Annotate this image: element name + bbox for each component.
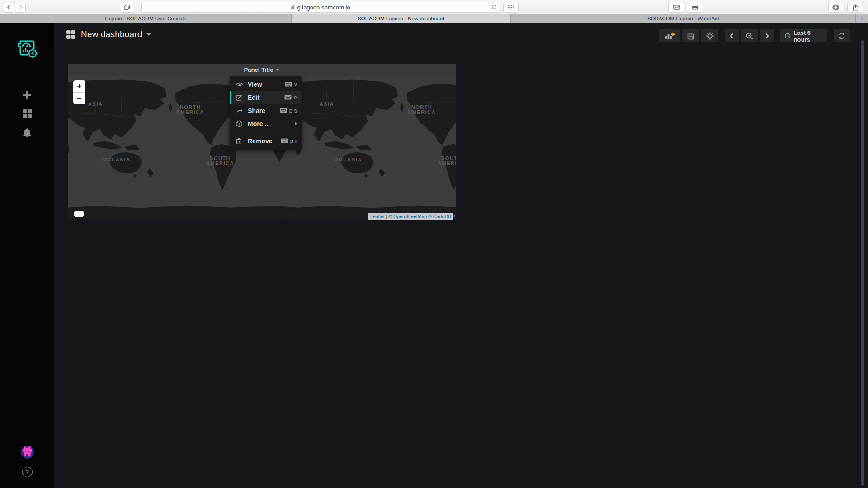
time-range-picker[interactable]: Last 6 hours [780, 29, 827, 42]
menu-label: Share [248, 107, 280, 114]
downloads-button[interactable] [828, 2, 843, 13]
help-label: ? [25, 469, 29, 476]
url-bar[interactable]: g.lagoon.soracom.io [141, 2, 500, 13]
print-icon [692, 5, 698, 10]
panel-title-bar[interactable]: Panel Title [68, 64, 456, 75]
map-label-america: AMERICA [206, 161, 234, 166]
add-panel-icon [665, 32, 675, 40]
chevron-down-icon [276, 69, 279, 71]
refresh-dashboard-button[interactable] [834, 29, 850, 42]
map-label-america: AMERICA [176, 110, 204, 115]
shortcut-key: p s [289, 107, 297, 114]
carto-link[interactable]: © CartoDB [428, 214, 451, 219]
menu-item-edit[interactable]: Edit e [230, 91, 302, 104]
leaflet-link[interactable]: Leaflet [370, 214, 385, 219]
dashboard-title-dropdown[interactable]: New dashboard [81, 29, 151, 39]
keyboard-icon [285, 82, 292, 87]
dashboard-toolbar: Last 6 hours [657, 29, 850, 42]
zoom-out-time-button[interactable] [741, 29, 758, 42]
browser-back-button[interactable] [4, 2, 14, 13]
menu-label: View [248, 81, 285, 88]
gear-icon [706, 32, 714, 40]
extensions-button[interactable] [503, 2, 519, 13]
sidebar-alerting-button[interactable] [0, 127, 54, 138]
map-label-america: AMERICA [408, 110, 436, 115]
menu-item-share[interactable]: Share p s [230, 104, 302, 117]
map-label-asia: ASIA [320, 102, 334, 107]
menu-shortcut: v [285, 81, 297, 88]
add-panel-button[interactable] [659, 29, 680, 42]
menu-item-more[interactable]: More ... [230, 117, 302, 130]
tab-bar: Lagoon - SORACOM User Console SORACOM La… [0, 14, 868, 23]
tab-overview-button[interactable] [120, 2, 134, 13]
menu-shortcut: p r [281, 137, 297, 144]
grid-dots-icon [508, 5, 514, 10]
sidebar-create-button[interactable] [0, 90, 54, 100]
bell-icon [22, 127, 32, 138]
map-label-oceania: OCEANIA [334, 157, 362, 162]
print-button[interactable] [687, 2, 703, 13]
back-icon [7, 5, 11, 10]
menu-item-remove[interactable]: Remove p r [230, 134, 302, 147]
tab-user-console[interactable]: Lagoon - SORACOM User Console [0, 14, 292, 23]
time-forward-button[interactable] [760, 29, 774, 42]
share-up-icon [853, 4, 859, 11]
map-zoom-control: + − [73, 80, 85, 104]
shortcut-key: v [294, 81, 297, 88]
browser-forward-button[interactable] [15, 2, 26, 13]
dashboard-grid-icon[interactable] [66, 30, 75, 39]
refresh-icon [838, 33, 845, 39]
user-avatar[interactable] [0, 446, 54, 459]
menu-item-view[interactable]: View v [230, 78, 302, 91]
trash-icon [236, 138, 243, 144]
new-tab-button[interactable]: + [856, 14, 868, 23]
chevron-left-icon [730, 33, 734, 39]
help-button[interactable]: ? [0, 467, 54, 477]
forward-icon [18, 5, 23, 10]
panel-resize-handle[interactable] [452, 211, 456, 220]
plus-icon: + [860, 15, 863, 22]
share-button[interactable] [847, 2, 863, 13]
time-range-label: Last 6 hours [794, 29, 823, 43]
map-label-asia: ASIA [88, 102, 103, 107]
map-legend [74, 211, 84, 217]
save-icon [687, 33, 694, 40]
eye-icon [236, 82, 243, 87]
main-content: New dashboard [54, 23, 868, 488]
app-window: ? New dashboard [0, 23, 868, 488]
map-zoom-in-button[interactable]: + [73, 80, 85, 92]
lock-icon [291, 5, 295, 10]
browser-toolbar: g.lagoon.soracom.io [0, 0, 868, 14]
share-icon [236, 108, 243, 113]
map-label-oceania: OCEANIA [103, 157, 130, 162]
tab-new-dashboard[interactable]: SORACOM Lagoon - New dashboard [292, 14, 511, 23]
chevron-right-icon [765, 33, 769, 39]
map-zoom-out-button[interactable]: − [73, 93, 85, 104]
panel-context-menu: View v Edit e Share [230, 76, 302, 150]
map-attribution: Leaflet | © OpenStreetMap © CartoDB [368, 213, 453, 220]
osm-link[interactable]: © OpenStreetMap [388, 214, 427, 219]
sidebar-dashboards-button[interactable] [0, 108, 54, 119]
avatar [21, 446, 34, 459]
dashboard-settings-button[interactable] [701, 29, 718, 42]
sidebar: ? [0, 23, 54, 488]
lagoon-logo-icon [16, 38, 38, 59]
reload-icon[interactable] [491, 4, 497, 10]
keyboard-icon [284, 95, 292, 100]
zoom-out-icon [746, 33, 753, 40]
time-back-button[interactable] [725, 29, 739, 42]
menu-divider [230, 132, 302, 132]
scrollbar-thumb[interactable] [861, 40, 864, 486]
tab-title: SORACOM Lagoon - New dashboard [358, 16, 444, 21]
tab-wateraid[interactable]: SORACOM Lagoon - WaterAid [511, 14, 856, 23]
dashboard-header: New dashboard [54, 23, 868, 49]
submenu-arrow-icon [295, 122, 297, 126]
save-dashboard-button[interactable] [682, 29, 699, 42]
menu-label: More ... [248, 120, 295, 127]
clock-icon [785, 33, 791, 39]
chevron-down-icon [146, 33, 151, 36]
lagoon-logo[interactable] [0, 38, 54, 59]
mail-button[interactable] [668, 2, 684, 13]
menu-shortcut: e [284, 94, 297, 101]
menu-label: Remove [248, 137, 281, 145]
